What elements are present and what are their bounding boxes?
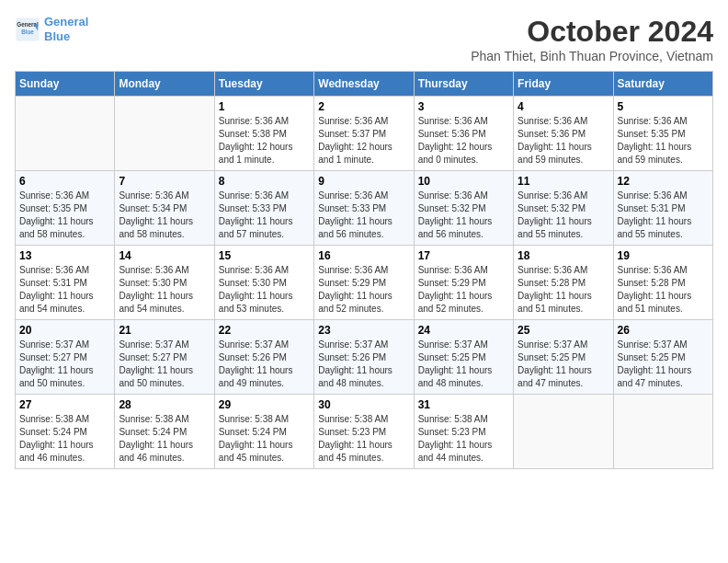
day-info: Sunrise: 5:38 AM Sunset: 5:23 PM Dayligh…: [418, 413, 509, 465]
day-info: Sunrise: 5:38 AM Sunset: 5:24 PM Dayligh…: [219, 413, 310, 465]
day-number: 3: [418, 100, 509, 113]
weekday-header-tuesday: Tuesday: [214, 72, 313, 97]
day-number: 30: [318, 398, 409, 411]
calendar-cell: 27Sunrise: 5:38 AM Sunset: 5:24 PM Dayli…: [16, 395, 115, 469]
day-info: Sunrise: 5:37 AM Sunset: 5:26 PM Dayligh…: [219, 339, 310, 390]
day-info: Sunrise: 5:36 AM Sunset: 5:31 PM Dayligh…: [618, 190, 709, 241]
calendar-cell: 26Sunrise: 5:37 AM Sunset: 5:25 PM Dayli…: [613, 320, 712, 395]
logo-icon: General Blue: [15, 17, 40, 42]
calendar-week-2: 6Sunrise: 5:36 AM Sunset: 5:35 PM Daylig…: [16, 171, 713, 246]
day-info: Sunrise: 5:38 AM Sunset: 5:24 PM Dayligh…: [119, 413, 210, 465]
calendar-body: 1Sunrise: 5:36 AM Sunset: 5:38 PM Daylig…: [16, 97, 713, 469]
day-info: Sunrise: 5:36 AM Sunset: 5:32 PM Dayligh…: [418, 190, 509, 241]
day-number: 9: [318, 175, 409, 188]
day-info: Sunrise: 5:36 AM Sunset: 5:37 PM Dayligh…: [318, 115, 409, 167]
day-number: 7: [119, 175, 210, 188]
day-number: 20: [19, 324, 110, 337]
weekday-header-friday: Friday: [514, 72, 613, 97]
calendar-cell: 21Sunrise: 5:37 AM Sunset: 5:27 PM Dayli…: [115, 320, 214, 395]
day-number: 6: [19, 175, 110, 188]
calendar-week-1: 1Sunrise: 5:36 AM Sunset: 5:38 PM Daylig…: [16, 97, 713, 171]
svg-text:Blue: Blue: [21, 28, 34, 34]
calendar-cell: 3Sunrise: 5:36 AM Sunset: 5:36 PM Daylig…: [414, 97, 513, 171]
month-title: October 2024: [471, 15, 713, 49]
logo: General Blue GeneralBlue: [15, 15, 88, 43]
calendar-cell: 9Sunrise: 5:36 AM Sunset: 5:33 PM Daylig…: [314, 171, 414, 246]
calendar-cell: 14Sunrise: 5:36 AM Sunset: 5:30 PM Dayli…: [115, 246, 214, 320]
day-info: Sunrise: 5:36 AM Sunset: 5:38 PM Dayligh…: [219, 115, 310, 167]
day-info: Sunrise: 5:36 AM Sunset: 5:29 PM Dayligh…: [318, 264, 409, 316]
weekday-header-wednesday: Wednesday: [314, 72, 414, 97]
day-number: 22: [219, 324, 310, 337]
weekday-header-saturday: Saturday: [613, 72, 712, 97]
day-info: Sunrise: 5:36 AM Sunset: 5:28 PM Dayligh…: [618, 264, 709, 316]
day-info: Sunrise: 5:36 AM Sunset: 5:31 PM Dayligh…: [19, 264, 110, 316]
calendar-cell: 23Sunrise: 5:37 AM Sunset: 5:26 PM Dayli…: [314, 320, 414, 395]
day-info: Sunrise: 5:36 AM Sunset: 5:33 PM Dayligh…: [318, 190, 409, 241]
day-number: 25: [518, 324, 609, 337]
title-block: October 2024 Phan Thiet, Binh Thuan Prov…: [471, 15, 713, 63]
day-number: 5: [618, 100, 709, 113]
day-info: Sunrise: 5:36 AM Sunset: 5:30 PM Dayligh…: [219, 264, 310, 316]
day-info: Sunrise: 5:36 AM Sunset: 5:35 PM Dayligh…: [19, 190, 110, 241]
day-number: 4: [518, 100, 609, 113]
calendar-cell: 17Sunrise: 5:36 AM Sunset: 5:29 PM Dayli…: [414, 246, 513, 320]
day-number: 24: [418, 324, 509, 337]
day-number: 11: [518, 175, 609, 188]
day-number: 8: [219, 175, 310, 188]
calendar-cell: [514, 395, 613, 469]
day-info: Sunrise: 5:36 AM Sunset: 5:34 PM Dayligh…: [119, 190, 210, 241]
day-info: Sunrise: 5:36 AM Sunset: 5:36 PM Dayligh…: [418, 115, 509, 167]
calendar-cell: 6Sunrise: 5:36 AM Sunset: 5:35 PM Daylig…: [16, 171, 115, 246]
calendar-cell: 31Sunrise: 5:38 AM Sunset: 5:23 PM Dayli…: [414, 395, 513, 469]
calendar-cell: 15Sunrise: 5:36 AM Sunset: 5:30 PM Dayli…: [214, 246, 313, 320]
day-number: 21: [119, 324, 210, 337]
calendar-cell: 29Sunrise: 5:38 AM Sunset: 5:24 PM Dayli…: [214, 395, 313, 469]
day-number: 14: [119, 249, 210, 262]
day-number: 17: [418, 249, 509, 262]
day-number: 10: [418, 175, 509, 188]
day-number: 2: [318, 100, 409, 113]
calendar-cell: 22Sunrise: 5:37 AM Sunset: 5:26 PM Dayli…: [214, 320, 313, 395]
calendar-cell: [16, 97, 115, 171]
day-info: Sunrise: 5:36 AM Sunset: 5:30 PM Dayligh…: [119, 264, 210, 316]
calendar: SundayMondayTuesdayWednesdayThursdayFrid…: [15, 71, 713, 469]
day-info: Sunrise: 5:37 AM Sunset: 5:27 PM Dayligh…: [119, 339, 210, 390]
day-number: 1: [219, 100, 310, 113]
day-info: Sunrise: 5:38 AM Sunset: 5:24 PM Dayligh…: [19, 413, 110, 465]
day-number: 29: [219, 398, 310, 411]
day-info: Sunrise: 5:37 AM Sunset: 5:25 PM Dayligh…: [418, 339, 509, 390]
calendar-cell: 19Sunrise: 5:36 AM Sunset: 5:28 PM Dayli…: [613, 246, 712, 320]
day-number: 16: [318, 249, 409, 262]
day-info: Sunrise: 5:36 AM Sunset: 5:29 PM Dayligh…: [418, 264, 509, 316]
day-number: 18: [518, 249, 609, 262]
day-info: Sunrise: 5:36 AM Sunset: 5:32 PM Dayligh…: [518, 190, 609, 241]
day-number: 15: [219, 249, 310, 262]
day-number: 31: [418, 398, 509, 411]
calendar-week-3: 13Sunrise: 5:36 AM Sunset: 5:31 PM Dayli…: [16, 246, 713, 320]
calendar-cell: 8Sunrise: 5:36 AM Sunset: 5:33 PM Daylig…: [214, 171, 313, 246]
day-info: Sunrise: 5:37 AM Sunset: 5:27 PM Dayligh…: [19, 339, 110, 390]
calendar-cell: 18Sunrise: 5:36 AM Sunset: 5:28 PM Dayli…: [514, 246, 613, 320]
calendar-header: SundayMondayTuesdayWednesdayThursdayFrid…: [16, 72, 713, 97]
calendar-cell: 7Sunrise: 5:36 AM Sunset: 5:34 PM Daylig…: [115, 171, 214, 246]
calendar-week-4: 20Sunrise: 5:37 AM Sunset: 5:27 PM Dayli…: [16, 320, 713, 395]
logo-name: GeneralBlue: [44, 15, 88, 43]
day-number: 19: [618, 249, 709, 262]
calendar-cell: 24Sunrise: 5:37 AM Sunset: 5:25 PM Dayli…: [414, 320, 513, 395]
day-info: Sunrise: 5:36 AM Sunset: 5:35 PM Dayligh…: [618, 115, 709, 167]
calendar-cell: 12Sunrise: 5:36 AM Sunset: 5:31 PM Dayli…: [613, 171, 712, 246]
calendar-cell: [613, 395, 712, 469]
day-info: Sunrise: 5:37 AM Sunset: 5:26 PM Dayligh…: [318, 339, 409, 390]
calendar-cell: [115, 97, 214, 171]
calendar-cell: 4Sunrise: 5:36 AM Sunset: 5:36 PM Daylig…: [514, 97, 613, 171]
calendar-cell: 10Sunrise: 5:36 AM Sunset: 5:32 PM Dayli…: [414, 171, 513, 246]
day-number: 12: [618, 175, 709, 188]
day-number: 27: [19, 398, 110, 411]
day-number: 26: [618, 324, 709, 337]
day-number: 13: [19, 249, 110, 262]
day-number: 28: [119, 398, 210, 411]
day-info: Sunrise: 5:37 AM Sunset: 5:25 PM Dayligh…: [618, 339, 709, 390]
day-info: Sunrise: 5:37 AM Sunset: 5:25 PM Dayligh…: [518, 339, 609, 390]
calendar-cell: 20Sunrise: 5:37 AM Sunset: 5:27 PM Dayli…: [16, 320, 115, 395]
